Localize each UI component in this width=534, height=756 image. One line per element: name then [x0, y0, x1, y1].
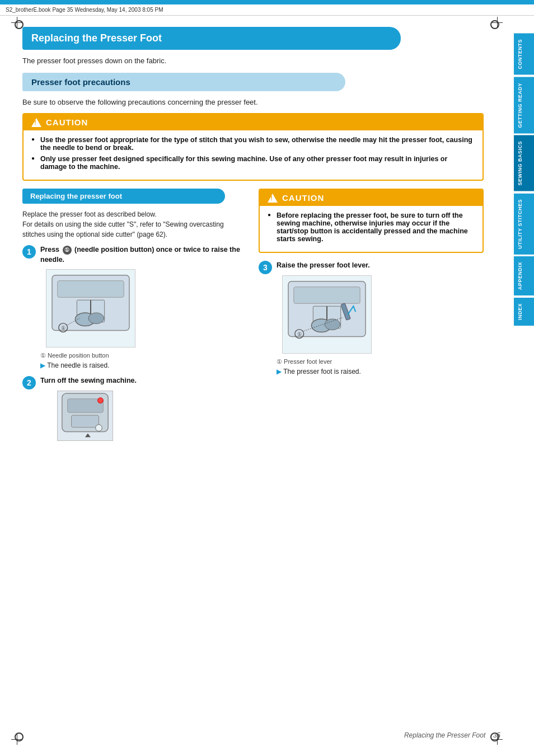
circle-mark-bottom-left — [15, 732, 24, 741]
step-3: 3 Raise the presser foot lever. — [259, 261, 484, 375]
step-2-instruction: Turn off the sewing machine. — [40, 376, 247, 386]
svg-point-13 — [98, 398, 104, 403]
step-1-number: 1 — [22, 245, 36, 259]
step-2-number: 2 — [22, 376, 36, 389]
top-decorative-bar — [0, 0, 534, 4]
step-1-machine-diagram: ① — [46, 269, 135, 348]
step-3-number: 3 — [259, 261, 272, 274]
caution-right-label: CAUTION — [282, 193, 324, 203]
needle-position-icon: ① — [63, 246, 72, 255]
subsection-intro: Be sure to observe the following precaut… — [22, 98, 484, 106]
circle-mark-top-right — [490, 20, 499, 29]
caution-triangle-icon: ! — [31, 118, 41, 127]
step-2-content: Turn off the sewing machine. — [40, 376, 247, 445]
svg-rect-1 — [58, 281, 124, 298]
svg-rect-15 — [294, 287, 360, 303]
main-content: Replacing the Presser Foot The presser f… — [22, 27, 506, 452]
caution-item-2: Only use presser feet designed specifica… — [31, 155, 475, 171]
svg-point-5 — [88, 313, 104, 324]
caution-main-label: CAUTION — [46, 118, 88, 127]
file-info: S2_brotherE.book Page 35 Wednesday, May … — [0, 4, 534, 16]
sidebar-tabs: CONTENTS GETTING READY SEWING BASICS UTI… — [514, 34, 534, 326]
step-1: 1 Press ① (needle position button) once … — [22, 245, 247, 369]
step-3-machine-diagram: ① — [282, 275, 372, 354]
sidebar-tab-utility-stitches[interactable]: UTILITY STITCHES — [514, 194, 534, 255]
two-column-layout: Replacing the presser foot Replace the p… — [22, 189, 484, 452]
step-3-annotation: Presser foot lever — [277, 358, 484, 365]
sidebar-tab-index[interactable]: INDEX — [514, 298, 534, 326]
replacing-presser-foot-title: Replacing the presser foot — [22, 189, 225, 204]
main-section-title: Replacing the Presser Foot — [22, 27, 401, 50]
sidebar-tab-contents[interactable]: CONTENTS — [514, 34, 534, 75]
page-footer: Replacing the Presser Foot 35 — [404, 731, 500, 739]
step-3-result: The presser foot is raised. — [277, 368, 484, 375]
sidebar-tab-getting-ready[interactable]: GETTING READY — [514, 77, 534, 134]
step-1-content: Press ① (needle position button) once or… — [40, 245, 247, 369]
left-column: Replacing the presser foot Replace the p… — [22, 189, 247, 452]
sidebar-tab-appendix[interactable]: APPENDIX — [514, 256, 534, 295]
caution-right-header: ! CAUTION — [260, 190, 483, 206]
step-1-instruction: Press ① (needle position button) once or… — [40, 245, 247, 265]
svg-point-12 — [96, 425, 102, 431]
page-number: 35 — [493, 731, 500, 739]
svg-text:①: ① — [297, 331, 302, 337]
caution-right-box: ! CAUTION Before replacing the presser f… — [259, 189, 484, 253]
step-2-machine-off-diagram — [57, 391, 113, 441]
step-1-result: The needle is raised. — [40, 361, 247, 369]
intro-text: The presser foot presses down on the fab… — [22, 57, 484, 65]
svg-rect-11 — [72, 416, 99, 428]
replacing-desc: Replace the presser foot as described be… — [22, 209, 247, 240]
sidebar-tab-sewing-basics[interactable]: SEWING BASICS — [514, 135, 534, 191]
page-footer-label: Replacing the Presser Foot — [404, 731, 485, 739]
caution-main-box: ! CAUTION Use the presser foot appropria… — [22, 113, 484, 181]
step-1-annotation: Needle position button — [40, 352, 247, 359]
caution-main-header: ! CAUTION — [24, 114, 483, 130]
step-2: 2 Turn off the sewing machine. — [22, 376, 247, 445]
subsection-title: Presser foot precautions — [22, 73, 345, 91]
right-column: ! CAUTION Before replacing the presser f… — [259, 189, 484, 452]
caution-right-triangle-icon: ! — [268, 194, 278, 203]
caution-item-1: Use the presser foot appropriate for the… — [31, 136, 475, 152]
circle-mark-top-left — [15, 20, 24, 29]
caution-right-item-1: Before replacing the presser foot, be su… — [268, 212, 475, 243]
svg-text:①: ① — [61, 325, 65, 331]
step-3-instruction: Raise the presser foot lever. — [277, 261, 484, 271]
svg-point-19 — [325, 318, 340, 330]
step-3-content: Raise the presser foot lever. — [277, 261, 484, 375]
